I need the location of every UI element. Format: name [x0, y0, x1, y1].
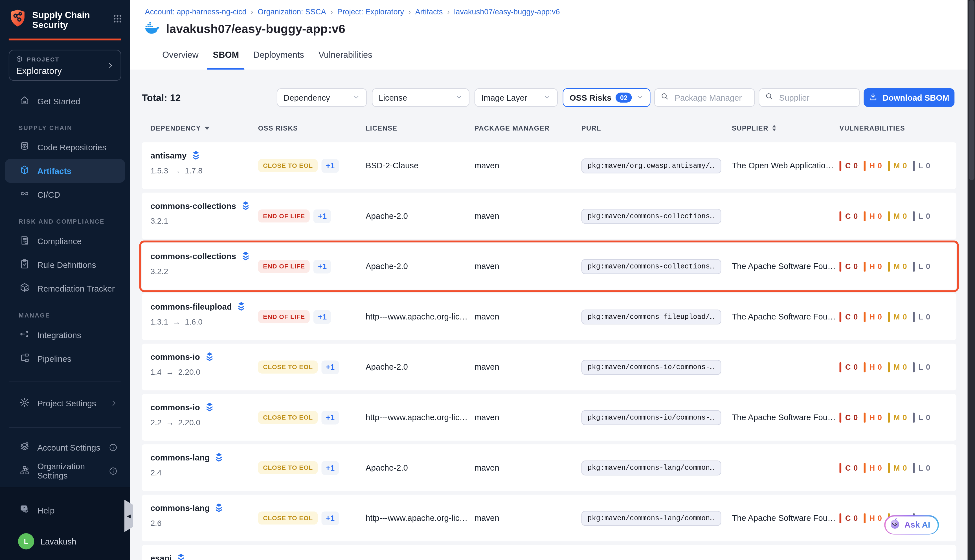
- sidebar-item-compliance[interactable]: Compliance: [5, 231, 125, 252]
- license-value: Apache-2.0: [366, 193, 408, 239]
- sidebar-item-integrations[interactable]: Integrations: [5, 325, 125, 346]
- purl-value[interactable]: pkg:maven/org.owasp.antisamy/ant…: [581, 158, 721, 173]
- sidebar-item-project-settings[interactable]: Project Settings: [5, 393, 125, 414]
- oss-risk-badge: CLOSE TO EOL: [258, 360, 318, 373]
- package-manager-value: maven: [474, 142, 499, 189]
- vulnerability-counts: C0 H0 M0 L0: [840, 344, 931, 390]
- license-filter-dropdown[interactable]: License: [372, 88, 469, 107]
- package-manager-value: maven: [474, 444, 499, 491]
- supplier-search-input[interactable]: [778, 92, 854, 103]
- table-row[interactable]: commons-lang 2.6 CLOSE TO EOL +1 http---…: [142, 495, 957, 541]
- purl-value[interactable]: pkg:maven/commons-lang/commons-l…: [581, 511, 721, 526]
- oss-risk-extra-badge[interactable]: +1: [322, 461, 339, 474]
- sidebar-item-artifacts[interactable]: Artifacts: [5, 159, 125, 183]
- table-row[interactable]: esapi END OF LIFE +1 BSD-Creative-Common…: [142, 545, 957, 560]
- tab-deployments[interactable]: Deployments: [253, 39, 304, 70]
- brand-header: Supply Chain Security: [0, 0, 130, 31]
- breadcrumb-artifacts[interactable]: Artifacts: [415, 7, 443, 16]
- tab-sbom[interactable]: SBOM: [213, 39, 239, 70]
- layers-icon: [240, 251, 250, 261]
- table-row-highlighted[interactable]: commons-collections 3.2.2 END OF LIFE +1…: [142, 243, 957, 290]
- dependency-version: 3.2.1: [150, 216, 250, 226]
- supply-chain-security-logo-icon: [9, 9, 27, 31]
- purl-value[interactable]: pkg:maven/commons-collections/co…: [581, 259, 721, 274]
- ask-ai-button[interactable]: Ask AI: [884, 515, 938, 534]
- sidebar-item-get-started[interactable]: Get Started: [5, 91, 125, 112]
- tab-overview[interactable]: Overview: [162, 39, 199, 70]
- account-layers-icon: [19, 441, 30, 454]
- purl-value[interactable]: pkg:maven/commons-fileupload/com…: [581, 309, 721, 324]
- package-manager-value: maven: [474, 394, 499, 440]
- sidebar-footer: ? Help L Lavakush: [0, 487, 130, 560]
- breadcrumb-account[interactable]: Account: app-harness-ng-cicd: [145, 7, 247, 16]
- breadcrumb-artifact-name[interactable]: lavakush07/easy-buggy-app:v6: [454, 7, 560, 16]
- layers-icon: [191, 150, 201, 160]
- user-menu[interactable]: L Lavakush: [5, 531, 125, 552]
- sidebar-item-account-settings[interactable]: Account Settings: [5, 437, 125, 458]
- dependency-name: commons-collections: [150, 252, 236, 261]
- dependency-version: 1.5.3→1.7.8: [150, 166, 202, 175]
- oss-risk-extra-badge[interactable]: +1: [314, 209, 331, 223]
- oss-risk-extra-badge[interactable]: +1: [322, 511, 339, 525]
- info-icon[interactable]: [109, 443, 118, 452]
- sidebar-item-remediation-tracker[interactable]: Remediation Tracker: [5, 278, 125, 299]
- package-manager-value: maven: [474, 344, 499, 390]
- table-row[interactable]: commons-collections 3.2.1 END OF LIFE +1…: [142, 193, 957, 239]
- sidebar-item-rule-definitions[interactable]: Rule Definitions: [5, 254, 125, 275]
- dependency-name: antisamy: [150, 150, 187, 160]
- table-row[interactable]: commons-io 2.2→2.20.0 CLOSE TO EOL +1 ht…: [142, 394, 957, 440]
- table-row[interactable]: commons-fileupload 1.3.1→1.6.0 END OF LI…: [142, 293, 957, 340]
- purl-value[interactable]: pkg:maven/commons-collections/co…: [581, 208, 721, 223]
- compliance-document-icon: [19, 235, 30, 247]
- tab-vulnerabilities[interactable]: Vulnerabilities: [319, 39, 372, 70]
- artifacts-cube-icon: [19, 165, 30, 177]
- sidebar-item-cicd[interactable]: CI/CD: [5, 184, 125, 205]
- license-value: Apache-2.0: [366, 444, 408, 491]
- column-header-supplier[interactable]: SUPPLIER: [732, 124, 776, 132]
- integrations-icon: [19, 329, 30, 341]
- column-header-oss-risks: OSS RISKS: [258, 124, 298, 132]
- oss-risks-filter-dropdown[interactable]: OSS Risks 02: [563, 88, 651, 107]
- sidebar-item-code-repositories[interactable]: Code Repositories: [5, 137, 125, 158]
- purl-value[interactable]: pkg:maven/commons-lang/commons-l…: [581, 460, 721, 475]
- oss-risk-badge: CLOSE TO EOL: [258, 461, 318, 474]
- package-manager-search[interactable]: [654, 88, 755, 107]
- dependency-filter-dropdown[interactable]: Dependency: [277, 88, 367, 107]
- license-value: http---www.apache.org-lice…: [366, 394, 470, 440]
- scrollbar-thumb[interactable]: [968, 0, 974, 180]
- table-row[interactable]: commons-io 1.4→2.20.0 CLOSE TO EOL +1 Ap…: [142, 344, 957, 390]
- chevron-down-icon: [636, 93, 643, 102]
- dependency-name: commons-lang: [150, 503, 210, 512]
- oss-risk-extra-badge[interactable]: +1: [314, 259, 331, 273]
- table-row[interactable]: commons-lang 2.4 CLOSE TO EOL +1 Apache-…: [142, 444, 957, 491]
- sidebar-divider: [9, 427, 121, 427]
- page-scrollbar[interactable]: [968, 0, 975, 560]
- sidebar-item-help[interactable]: ? Help: [5, 500, 125, 521]
- sidebar-item-organization-settings[interactable]: Organization Settings: [5, 460, 125, 482]
- sidebar-collapse-handle[interactable]: ◀: [124, 500, 133, 532]
- module-grid-icon[interactable]: [113, 13, 122, 26]
- project-selector[interactable]: PROJECT Exploratory: [9, 50, 121, 81]
- sidebar-item-pipelines[interactable]: Pipelines: [5, 348, 125, 369]
- oss-risk-extra-badge[interactable]: +1: [322, 360, 339, 373]
- breadcrumb-project[interactable]: Project: Exploratory: [337, 7, 404, 16]
- clipboard-check-icon: [19, 258, 30, 271]
- dependency-name: commons-io: [150, 402, 200, 412]
- purl-value[interactable]: pkg:maven/commons-io/commons-io@…: [581, 360, 721, 375]
- vulnerability-counts: C0 H0 M0 L0: [840, 545, 931, 560]
- oss-risk-extra-badge[interactable]: +1: [314, 310, 331, 323]
- vulnerability-counts: C0 H0 M0 L0: [840, 142, 931, 189]
- info-icon[interactable]: [109, 467, 118, 475]
- purl-value[interactable]: pkg:maven/commons-io/commons-io@…: [581, 410, 721, 425]
- supplier-search[interactable]: [759, 88, 860, 107]
- image-layer-filter-dropdown[interactable]: Image Layer: [474, 88, 558, 107]
- section-label-supply-chain: SUPPLY CHAIN: [0, 123, 130, 132]
- layers-icon: [236, 302, 246, 311]
- column-header-dependency[interactable]: DEPENDENCY: [150, 124, 209, 132]
- oss-risk-extra-badge[interactable]: +1: [322, 410, 339, 424]
- breadcrumb-organization[interactable]: Organization: SSCA: [257, 7, 326, 16]
- download-sbom-button[interactable]: Download SBOM: [863, 88, 954, 107]
- package-manager-search-input[interactable]: [673, 92, 749, 103]
- table-row[interactable]: antisamy 1.5.3→1.7.8 CLOSE TO EOL +1 BSD…: [142, 142, 957, 189]
- oss-risk-extra-badge[interactable]: +1: [322, 159, 339, 172]
